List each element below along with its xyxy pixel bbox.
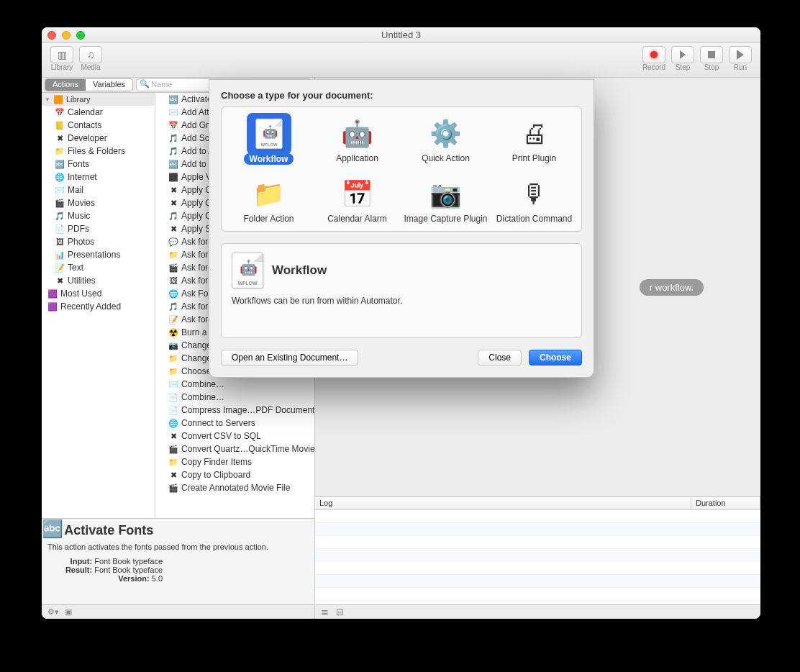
tab-variables[interactable]: Variables [86, 79, 132, 91]
category-item[interactable]: ✖Developer [42, 132, 155, 145]
step-button[interactable]: Step [670, 46, 696, 71]
category-icon: 🔤 [55, 159, 65, 169]
action-label: Connect to Servers [181, 418, 255, 428]
action-icon: ✖ [168, 185, 178, 195]
media-button[interactable]: ♫ Media [78, 46, 104, 71]
category-item[interactable]: 📄PDFs [42, 222, 155, 235]
smart-folder-item[interactable]: 🟪Most Used [42, 287, 155, 300]
library-segment-control: Actions Variables [45, 78, 133, 91]
document-type-workflow[interactable]: 🤖Workflow [224, 114, 313, 165]
category-item[interactable]: 🎬Movies [42, 196, 155, 209]
results-view-icon[interactable]: ⊟ [336, 607, 344, 617]
category-item[interactable]: 📅Calendar [42, 106, 155, 119]
category-label: Presentations [68, 250, 120, 260]
type-icon: 📷 [425, 175, 467, 214]
log-view-icon[interactable]: ≣ [321, 607, 329, 617]
action-label: Combine… [181, 392, 224, 402]
category-item[interactable]: ✖Utilities [42, 274, 155, 287]
action-item[interactable]: 🌐Connect to Servers [155, 417, 314, 430]
action-item[interactable]: ✉️Combine… [155, 378, 314, 391]
action-icon: 📁 [168, 353, 178, 363]
category-icon: ✖ [55, 133, 65, 143]
category-icon: 📝 [55, 263, 65, 273]
desc-title: Workflow [272, 263, 327, 278]
log-col-duration[interactable]: Duration [691, 497, 760, 509]
category-label: Developer [68, 133, 107, 143]
action-icon: 🎵 [168, 146, 178, 156]
action-item[interactable]: 📁Copy Finder Items [155, 455, 314, 468]
action-icon: ✉️ [168, 379, 178, 389]
step-label: Step [676, 63, 691, 71]
library-header[interactable]: 🟧Library [42, 93, 155, 106]
action-item[interactable]: ✖Copy to Clipboard [155, 468, 314, 481]
run-button[interactable]: Run [727, 46, 753, 71]
category-list[interactable]: 🟧Library 📅Calendar📒Contacts✖Developer📁Fi… [42, 93, 155, 518]
category-item[interactable]: 🔤Fonts [42, 158, 155, 171]
smart-folder-label: Recently Added [60, 301, 121, 312]
document-type-application[interactable]: 🤖Application [313, 114, 401, 165]
action-item[interactable]: 📄Combine… [155, 391, 314, 404]
category-item[interactable]: ✉️Mail [42, 183, 155, 196]
gear-icon[interactable]: ⚙︎▾ [47, 607, 59, 617]
document-type-quick-action[interactable]: ⚙️Quick Action [401, 114, 490, 165]
action-icon: 📁 [168, 250, 178, 260]
open-existing-button[interactable]: Open an Existing Document… [221, 350, 358, 365]
hide-icon[interactable]: ▣ [65, 607, 72, 617]
action-label: Copy to Clipboard [181, 470, 250, 480]
log-table: Log Duration [315, 496, 760, 604]
type-label: Application [336, 153, 378, 163]
category-item[interactable]: 🌐Internet [42, 171, 155, 183]
smart-folder-label: Most Used [60, 289, 101, 299]
document-type-print-plugin[interactable]: 🖨Print Plugin [490, 114, 578, 165]
preview-description: This action activates the fonts passed f… [47, 542, 309, 551]
action-icon: ✖ [168, 198, 178, 208]
action-item[interactable]: 🎬Create Annotated Movie File [155, 481, 314, 494]
action-icon: 🎬 [168, 444, 178, 454]
action-item[interactable]: ✖Convert CSV to SQL [155, 430, 314, 442]
action-icon: 🔤 [168, 94, 178, 104]
document-type-image-capture-plugin[interactable]: 📷Image Capture Plugin [401, 175, 490, 224]
action-item[interactable]: 📄Compress Image…PDF Documents [155, 404, 314, 417]
type-icon: 🤖 [337, 114, 378, 153]
document-type-calendar-alarm[interactable]: 📅Calendar Alarm [313, 175, 401, 224]
toolbar: ▥ Library ♫ Media Record Step Stop [42, 43, 760, 78]
category-item[interactable]: 📝Text [42, 261, 155, 274]
action-item[interactable]: 🎬Convert Quartz…QuickTime Movies [155, 442, 314, 455]
category-item[interactable]: 🖼Photos [42, 235, 155, 248]
document-type-dictation-command[interactable]: 🎙Dictation Command [490, 175, 578, 224]
category-icon: 🎬 [55, 198, 65, 208]
type-icon: 🤖 [248, 114, 290, 153]
category-item[interactable]: 📊Presentations [42, 248, 155, 261]
tab-actions[interactable]: Actions [45, 79, 86, 91]
category-item[interactable]: 🎵Music [42, 209, 155, 222]
action-icon: ✖ [168, 224, 178, 234]
smart-folder-icon: 🟪 [47, 289, 58, 299]
document-type-folder-action[interactable]: 📁Folder Action [224, 175, 313, 224]
log-col-log[interactable]: Log [315, 497, 691, 509]
category-label: Internet [68, 172, 97, 182]
library-folder-icon: 🟧 [53, 94, 63, 104]
category-label: Movies [68, 198, 95, 208]
choose-button[interactable]: Choose [529, 350, 582, 365]
stop-button[interactable]: Stop [699, 46, 724, 71]
action-preview: 🔤 Activate Fonts This action activates t… [42, 518, 314, 604]
library-icon: ▥ [58, 49, 67, 60]
smart-folder-item[interactable]: 🟪Recently Added [42, 300, 155, 313]
titlebar: Untitled 3 [42, 27, 760, 43]
category-label: Contacts [68, 120, 101, 130]
library-toggle-button[interactable]: ▥ Library [49, 46, 75, 71]
action-icon: ⬛ [168, 172, 178, 182]
record-button[interactable]: Record [641, 46, 667, 71]
close-button[interactable]: Close [478, 350, 522, 365]
action-icon: 📄 [168, 405, 178, 415]
category-item[interactable]: 📒Contacts [42, 119, 155, 132]
category-icon: 📄 [55, 224, 65, 234]
category-item[interactable]: 📁Files & Folders [42, 145, 155, 158]
action-icon: 📷 [168, 340, 178, 350]
type-icon: 📁 [248, 175, 290, 214]
category-icon: 🎵 [55, 211, 65, 221]
category-icon: 📁 [55, 146, 65, 156]
action-label: Create Annotated Movie File [181, 483, 290, 493]
media-icon: ♫ [87, 49, 95, 60]
type-label: Dictation Command [496, 214, 572, 224]
